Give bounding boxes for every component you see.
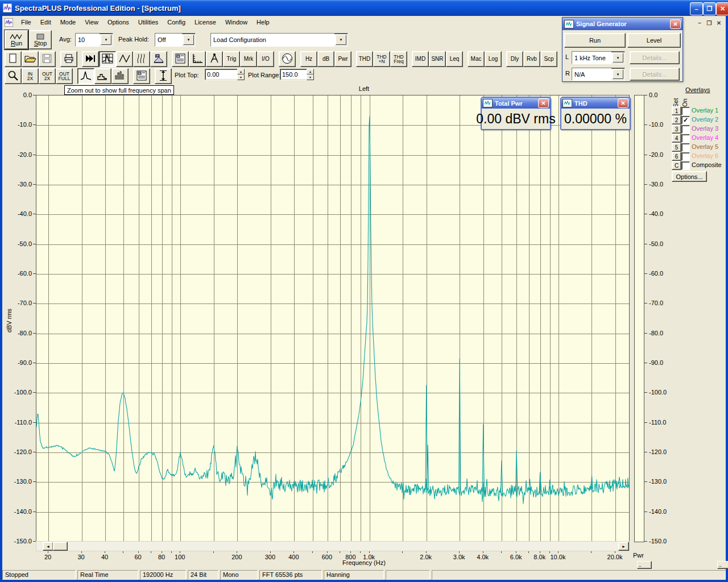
overlay-on-checkbox-4[interactable] — [681, 134, 690, 143]
plot-range-spinner[interactable]: ▲▼ — [307, 69, 314, 80]
zoom-button[interactable] — [5, 68, 22, 84]
menu-file[interactable]: File — [16, 17, 36, 27]
close-icon[interactable]: ✕ — [670, 19, 681, 29]
peak-hold-combobox[interactable]: Off ▼ — [155, 33, 196, 47]
overlay-set-button-1[interactable]: 1 — [672, 106, 681, 115]
thd-freq-button[interactable]: THDFreq — [390, 51, 407, 67]
dropdown-arrow-icon[interactable]: ▼ — [336, 35, 346, 45]
zoom-out-2x-button[interactable]: OUT2X — [39, 68, 56, 84]
mdi-minimize-icon[interactable]: – — [695, 19, 704, 27]
plot-top-spinner[interactable]: ▲▼ — [237, 69, 245, 80]
dropdown-arrow-icon[interactable]: ▼ — [613, 69, 623, 79]
scrollbar-thumb[interactable] — [53, 542, 68, 551]
vertical-range-button[interactable] — [155, 68, 172, 84]
thd-plus-n-button[interactable]: THD+N — [373, 51, 390, 67]
spectrum-plot-area[interactable] — [36, 95, 630, 542]
menu-view[interactable]: View — [80, 17, 103, 27]
overlay-set-button-5[interactable]: 5 — [672, 143, 681, 152]
surface-view-button[interactable] — [150, 51, 167, 67]
scaling-button[interactable] — [189, 51, 206, 67]
snr-button[interactable]: SNR — [429, 51, 446, 67]
overlay-on-checkbox-5[interactable] — [681, 143, 690, 152]
overlay-on-checkbox-1[interactable] — [681, 107, 690, 115]
total-power-titlebar[interactable]: Total Pwr ✕ — [482, 98, 550, 109]
right-details-button[interactable]: Details... — [630, 68, 680, 81]
open-file-button[interactable] — [22, 51, 39, 67]
macro-button[interactable]: Mac — [468, 51, 485, 67]
load-configuration-combobox[interactable]: Load Configuration ▼ — [210, 33, 348, 47]
bar-display-button[interactable] — [94, 68, 111, 84]
minimize-button[interactable]: – — [690, 2, 703, 15]
overlay-on-checkbox-6[interactable] — [681, 152, 690, 161]
title-bar[interactable]: SpectraPLUS Professional Edition - [Spec… — [0, 0, 728, 16]
trigger-button[interactable]: Trig — [223, 51, 240, 67]
time-series-view-button[interactable] — [116, 51, 133, 67]
print-button[interactable] — [60, 51, 77, 67]
menu-help[interactable]: Help — [252, 17, 274, 27]
dropdown-arrow-icon[interactable]: ▼ — [183, 35, 194, 45]
scroll-left-icon[interactable]: ◄ — [43, 542, 53, 551]
display-settings-button[interactable] — [172, 51, 189, 67]
calibration-button[interactable] — [206, 51, 223, 67]
thd-titlebar[interactable]: THD ✕ — [561, 98, 630, 109]
spectrogram-view-button[interactable] — [133, 51, 150, 67]
mdi-close-icon[interactable]: ✕ — [714, 19, 723, 27]
input-output-button[interactable]: I/O — [257, 51, 274, 67]
logging-button[interactable]: Log — [485, 51, 502, 67]
dropdown-arrow-icon[interactable]: ▼ — [613, 53, 623, 63]
spectrum-view-button[interactable] — [99, 51, 116, 67]
overlay-on-checkbox-c[interactable] — [681, 161, 690, 170]
mdi-restore-icon[interactable]: ❐ — [705, 19, 714, 27]
overlay-set-button-2[interactable]: 2 — [672, 115, 681, 124]
zoom-in-2x-button[interactable]: IN2X — [22, 68, 39, 84]
plot-top-input[interactable]: 0.00 — [205, 69, 240, 80]
plot-range-input[interactable]: 150.0 — [280, 69, 309, 80]
scroll-right-icon[interactable]: ► — [618, 542, 629, 551]
scope-button[interactable]: Scp — [540, 51, 557, 67]
frequency-scrollbar[interactable]: ◄ ► — [36, 541, 630, 551]
generator-level-button[interactable]: Level — [627, 33, 681, 48]
signal-generator-tool-button[interactable] — [279, 51, 296, 67]
menu-window[interactable]: Window — [221, 17, 252, 27]
run-button[interactable]: Run — [5, 30, 28, 49]
zoom-out-full-button[interactable]: OUTFULL — [56, 68, 73, 84]
narrowband-display-button[interactable] — [111, 68, 129, 84]
frequency-units-button[interactable]: Hz — [300, 51, 317, 67]
menu-utilities[interactable]: Utilities — [134, 17, 163, 27]
reverb-button[interactable]: Rvb — [523, 51, 540, 67]
left-details-button[interactable]: Details... — [630, 51, 680, 64]
imd-button[interactable]: IMD — [412, 51, 429, 67]
dropdown-arrow-icon[interactable]: ▼ — [101, 35, 111, 45]
overlay-set-button-6[interactable]: 6 — [672, 152, 681, 161]
menu-mode[interactable]: Mode — [56, 17, 81, 27]
menu-config[interactable]: Config — [163, 17, 190, 27]
fast-forward-button[interactable] — [82, 51, 99, 67]
menu-edit[interactable]: Edit — [36, 17, 56, 27]
mdi-document-icon[interactable] — [5, 18, 13, 27]
thd-meter-window[interactable]: THD ✕ 0.00000 % — [560, 97, 631, 130]
avg-combobox[interactable]: 10 ▼ — [75, 33, 113, 47]
stop-button[interactable]: Stop — [29, 30, 52, 49]
save-file-button[interactable] — [39, 51, 56, 67]
signal-generator-dialog[interactable]: Signal Generator ✕ Run Level L 1 kHz Ton… — [562, 17, 683, 82]
thd-button[interactable]: THD — [356, 51, 373, 67]
overlay-set-button-c[interactable]: C — [672, 161, 681, 170]
decibel-units-button[interactable]: dB — [317, 51, 334, 67]
overlay-on-checkbox-3[interactable] — [681, 125, 690, 134]
right-generator-combobox[interactable]: N/A ▼ — [572, 68, 625, 81]
splitter-button[interactable]: – — [637, 561, 652, 569]
total-power-meter-window[interactable]: Total Pwr ✕ 0.00 dBV rms — [481, 97, 551, 130]
close-icon[interactable]: ✕ — [538, 98, 549, 108]
overlay-set-button-4[interactable]: 4 — [672, 134, 681, 143]
markers-button[interactable]: Mrk — [240, 51, 257, 67]
splitter-button[interactable]: – — [717, 561, 728, 569]
generator-run-button[interactable]: Run — [564, 33, 626, 48]
menu-options[interactable]: Options — [103, 17, 134, 27]
leq-button[interactable]: Leq — [446, 51, 463, 67]
delay-button[interactable]: Dly — [506, 51, 523, 67]
maximize-button[interactable]: ❐ — [703, 2, 716, 15]
display-settings-2-button[interactable] — [133, 68, 150, 84]
peak-curve-display-button[interactable] — [77, 68, 94, 84]
left-generator-combobox[interactable]: 1 kHz Tone ▼ — [572, 51, 625, 64]
total-power-button[interactable]: Pwr — [334, 51, 351, 67]
